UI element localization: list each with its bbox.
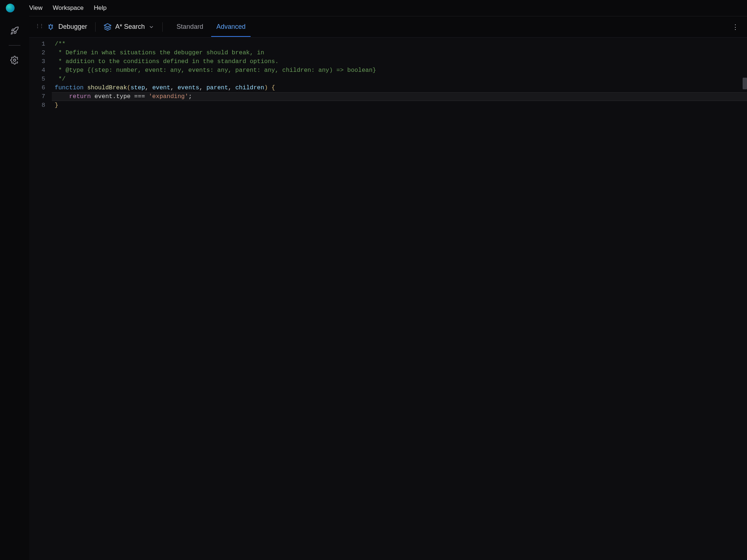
rocket-icon	[10, 26, 19, 35]
menu-help[interactable]: Help	[94, 4, 107, 12]
code-editor[interactable]: 12345678 /** * Define in what situations…	[29, 38, 747, 560]
code-line[interactable]: * @type {(step: number, event: any, even…	[52, 66, 747, 75]
scrollbar-thumb[interactable]	[743, 78, 747, 89]
layers-icon	[104, 23, 112, 31]
line-gutter: 12345678	[29, 38, 52, 560]
code-body[interactable]: /** * Define in what situations the debu…	[52, 38, 747, 560]
sidebar-rocket-button[interactable]	[7, 23, 22, 38]
chevron-down-icon	[148, 24, 154, 30]
line-number: 2	[29, 48, 45, 57]
panel-tabs: Standard Advanced	[175, 17, 247, 36]
code-line[interactable]: * Define in what situations the debugger…	[52, 48, 747, 57]
debugger-label: Debugger	[58, 23, 87, 31]
toolbar-divider-2	[162, 22, 163, 32]
tab-advanced[interactable]: Advanced	[215, 17, 247, 36]
sidebar	[0, 16, 29, 560]
debugger-chip[interactable]: Debugger	[47, 23, 87, 31]
algorithm-label: A* Search	[115, 23, 145, 31]
code-line[interactable]: }	[52, 101, 747, 110]
svg-marker-2	[104, 23, 111, 27]
gear-icon	[10, 56, 19, 65]
code-line[interactable]: function shouldBreak(step, event, events…	[52, 83, 747, 92]
toolbar-divider	[95, 22, 96, 32]
code-line[interactable]: /**	[52, 40, 747, 48]
sidebar-divider	[9, 45, 20, 46]
menubar: View Workspace Help	[0, 0, 747, 16]
line-number: 5	[29, 75, 45, 83]
sidebar-settings-button[interactable]	[7, 53, 22, 67]
code-line[interactable]: * addition to the conditions defined in …	[52, 57, 747, 66]
svg-point-0	[13, 59, 16, 61]
line-number: 8	[29, 101, 45, 110]
svg-rect-1	[49, 25, 52, 29]
line-number: 4	[29, 66, 45, 75]
menu-workspace[interactable]: Workspace	[53, 4, 84, 12]
line-number: 1	[29, 40, 45, 48]
panel-toolbar: Debugger A* Search Standar	[29, 16, 747, 38]
bug-icon	[47, 23, 55, 31]
code-line[interactable]: */	[52, 75, 747, 83]
line-number: 3	[29, 57, 45, 66]
menu-view[interactable]: View	[29, 4, 43, 12]
algorithm-dropdown[interactable]: A* Search	[104, 23, 154, 31]
drag-handle-icon[interactable]	[35, 24, 40, 30]
more-button[interactable]: ⋮	[729, 21, 741, 33]
tab-standard[interactable]: Standard	[175, 17, 205, 36]
line-number: 7	[29, 92, 45, 101]
line-number: 6	[29, 83, 45, 92]
code-line[interactable]: return event.type === 'expanding';	[52, 92, 747, 101]
app-logo	[6, 4, 15, 12]
